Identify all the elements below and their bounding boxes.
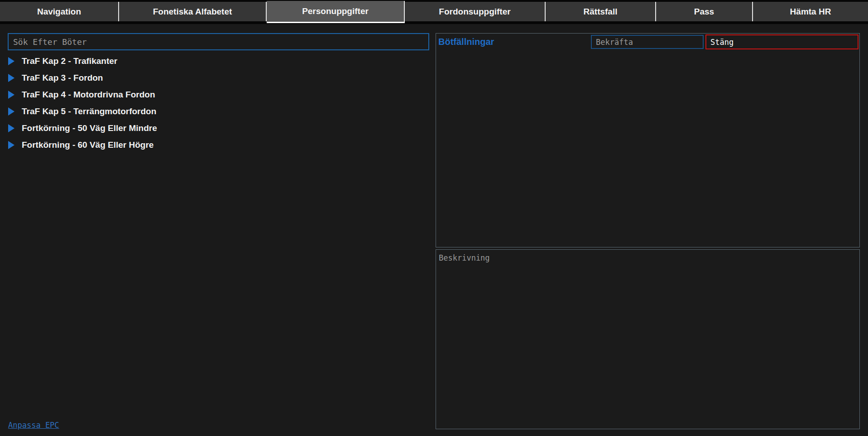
tab-label: Personuppgifter: [302, 6, 369, 16]
stang-button-label: Stäng: [710, 38, 734, 47]
tab-label: Rättsfall: [584, 7, 618, 17]
tree-item-label: TraF Kap 5 - Terrängmotorfordon: [22, 107, 156, 116]
top-tab-bar: Navigation Fonetiska Alfabetet Personupp…: [0, 0, 868, 24]
boter-tree-list: TraF Kap 2 - Trafikanter TraF Kap 3 - Fo…: [8, 53, 416, 153]
tree-item-traf-kap-3[interactable]: TraF Kap 3 - Fordon: [8, 69, 416, 86]
expand-arrow-icon: [8, 107, 14, 116]
botfallningar-panel: Bötfällningar Stäng: [436, 33, 860, 247]
tab-fonetiska-alfabetet[interactable]: Fonetiska Alfabetet: [119, 2, 267, 21]
tab-rattsfall[interactable]: Rättsfall: [546, 2, 656, 21]
tree-item-label: Fortkörning - 60 Väg Eller Högre: [22, 140, 153, 150]
anpassa-epc-link[interactable]: Anpassa EPC: [8, 421, 59, 430]
tree-item-traf-kap-2[interactable]: TraF Kap 2 - Trafikanter: [8, 53, 416, 69]
tree-item-label: TraF Kap 2 - Trafikanter: [22, 56, 117, 66]
tree-item-traf-kap-4[interactable]: TraF Kap 4 - Motordrivna Fordon: [8, 86, 416, 103]
expand-arrow-icon: [8, 74, 14, 82]
expand-arrow-icon: [8, 141, 14, 149]
tree-item-fortkorning-60[interactable]: Fortkörning - 60 Väg Eller Högre: [8, 136, 416, 153]
tab-hamta-hr[interactable]: Hämta HR: [753, 2, 868, 21]
tab-personuppgifter[interactable]: Personuppgifter: [267, 1, 405, 23]
tab-label: Pass: [694, 7, 714, 17]
tree-item-label: TraF Kap 4 - Motordrivna Fordon: [22, 90, 155, 100]
tab-label: Hämta HR: [790, 7, 831, 17]
expand-arrow-icon: [8, 124, 14, 132]
tab-label: Fonetiska Alfabetet: [153, 7, 232, 17]
botfallningar-title: Bötfällningar: [438, 37, 494, 47]
tree-item-label: Fortkörning - 50 Väg Eller Mindre: [22, 123, 157, 133]
tab-label: Navigation: [37, 7, 81, 17]
tree-item-fortkorning-50[interactable]: Fortkörning - 50 Väg Eller Mindre: [8, 120, 416, 136]
search-boter-input[interactable]: [8, 33, 429, 50]
tab-navigation[interactable]: Navigation: [0, 2, 119, 21]
tree-item-traf-kap-5[interactable]: TraF Kap 5 - Terrängmotorfordon: [8, 103, 416, 120]
expand-arrow-icon: [8, 91, 14, 99]
tab-label: Fordonsuppgifter: [439, 7, 510, 17]
tab-pass[interactable]: Pass: [656, 2, 753, 21]
bekrafta-input[interactable]: [591, 35, 704, 49]
tab-fordonsuppgifter[interactable]: Fordonsuppgifter: [405, 2, 546, 21]
expand-arrow-icon: [8, 57, 14, 65]
beskrivning-textarea[interactable]: [436, 249, 860, 429]
stang-button[interactable]: Stäng: [705, 34, 858, 49]
tree-item-label: TraF Kap 3 - Fordon: [22, 73, 103, 83]
